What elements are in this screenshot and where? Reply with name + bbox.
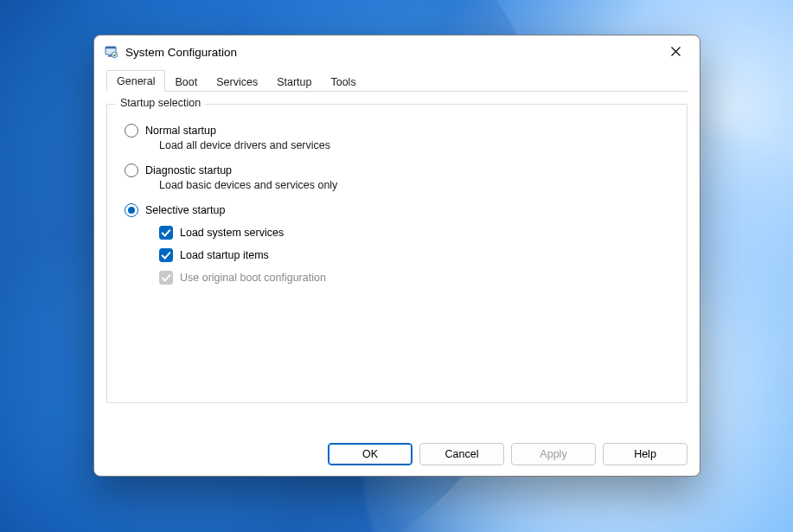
diagnostic-startup-desc: Load basic devices and services only: [159, 179, 671, 191]
checkbox-load-system-services[interactable]: [159, 226, 173, 240]
checkbox-original-boot-config: [159, 271, 173, 285]
tab-boot[interactable]: Boot: [165, 72, 207, 92]
tab-services[interactable]: Services: [207, 72, 267, 92]
radio-selective-label[interactable]: Selective startup: [145, 204, 225, 216]
checkbox-load-startup-items[interactable]: [159, 248, 173, 262]
close-button[interactable]: [656, 39, 694, 65]
system-configuration-dialog: System Configuration General Boot Servic…: [93, 35, 700, 477]
startup-selection-group: Startup selection Normal startup Load al…: [106, 104, 687, 403]
app-icon: [105, 45, 118, 59]
client-area: General Boot Services Startup Tools Star…: [94, 68, 700, 476]
groupbox-title: Startup selection: [116, 97, 205, 109]
close-icon: [671, 46, 681, 59]
help-button[interactable]: Help: [603, 443, 687, 465]
dialog-button-row: OK Cancel Apply Help: [106, 431, 687, 465]
window-title: System Configuration: [125, 46, 237, 59]
svg-rect-1: [106, 47, 116, 48]
apply-button: Apply: [511, 443, 596, 465]
radio-normal-label[interactable]: Normal startup: [145, 125, 216, 137]
radio-selective-startup[interactable]: [125, 203, 138, 217]
tab-startup[interactable]: Startup: [267, 72, 321, 92]
checkbox-original-label: Use original boot configuration: [180, 272, 326, 284]
titlebar: System Configuration: [94, 35, 700, 68]
checkbox-services-label[interactable]: Load system services: [180, 227, 284, 239]
radio-diagnostic-startup[interactable]: [125, 163, 138, 177]
radio-normal-startup[interactable]: [125, 124, 138, 138]
checkbox-startup-label[interactable]: Load startup items: [180, 249, 269, 261]
tab-tools[interactable]: Tools: [321, 72, 365, 92]
normal-startup-desc: Load all device drivers and services: [159, 139, 671, 151]
tab-strip: General Boot Services Startup Tools: [106, 68, 687, 92]
tab-general[interactable]: General: [106, 70, 165, 92]
cancel-button[interactable]: Cancel: [419, 443, 504, 465]
radio-diagnostic-label[interactable]: Diagnostic startup: [145, 164, 232, 176]
ok-button[interactable]: OK: [328, 443, 412, 465]
